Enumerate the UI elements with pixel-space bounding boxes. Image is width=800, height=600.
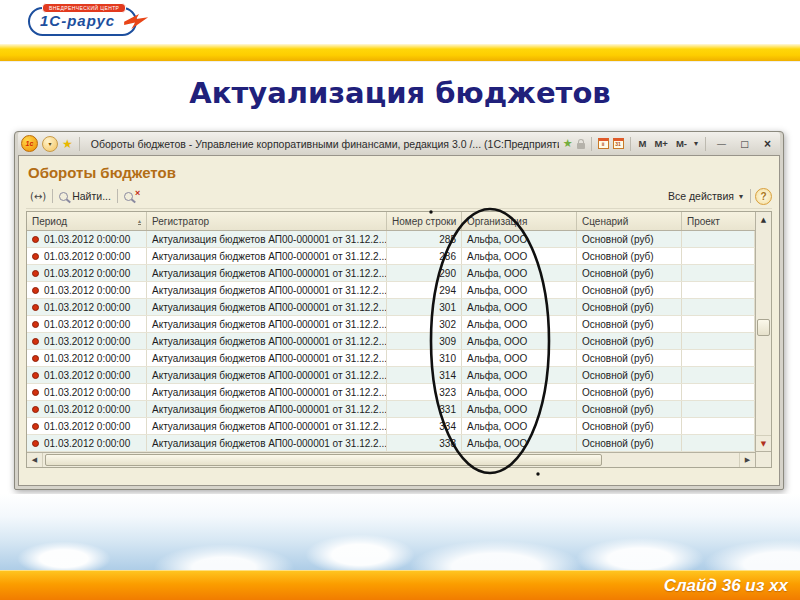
table-row[interactable]: 01.03.2012 0:00:00 Актуализация бюджетов… <box>27 367 755 384</box>
service-menu-button[interactable]: ▾ <box>42 136 58 152</box>
cell-line-number: 286 <box>387 248 462 264</box>
window-body: Обороты бюджетов (↔) Найти... × <box>18 155 780 486</box>
cell-scenario: Основной (руб) <box>577 350 682 366</box>
period-value: 01.03.2012 0:00:00 <box>44 336 130 347</box>
cell-line-number: 338 <box>387 435 462 451</box>
cell-scenario: Основной (руб) <box>577 401 682 417</box>
cell-line-number: 309 <box>387 333 462 349</box>
cell-scenario: Основной (руб) <box>577 435 682 451</box>
records-table: Период ▴ Регистратор Номер строки Органи… <box>26 211 772 468</box>
period-value: 01.03.2012 0:00:00 <box>44 302 130 313</box>
maximize-button[interactable]: □ <box>735 136 754 151</box>
table-row[interactable]: 01.03.2012 0:00:00 Актуализация бюджетов… <box>27 333 755 350</box>
titlebar-separator <box>591 137 592 151</box>
cell-period: 01.03.2012 0:00:00 <box>27 401 147 417</box>
cell-registrar: Актуализация бюджетов АП00-000001 от 31.… <box>147 231 387 247</box>
column-header-project[interactable]: Проект <box>682 212 755 230</box>
cell-line-number: 323 <box>387 384 462 400</box>
find-button-label: Найти... <box>72 190 111 202</box>
window-titlebar[interactable]: 1с ▾ ★ Обороты бюджетов - Управление кор… <box>18 132 780 155</box>
cell-project <box>682 418 755 434</box>
table-row[interactable]: 01.03.2012 0:00:00 Актуализация бюджетов… <box>27 384 755 401</box>
table-row[interactable]: 01.03.2012 0:00:00 Актуализация бюджетов… <box>27 248 755 265</box>
record-dot-icon <box>32 406 39 413</box>
chevron-down-icon[interactable]: ▾ <box>693 139 699 148</box>
vertical-scroll-track[interactable] <box>756 227 771 435</box>
toolbar-separator <box>117 189 118 203</box>
cell-period: 01.03.2012 0:00:00 <box>27 316 147 332</box>
scroll-left-icon[interactable]: ◀ <box>27 453 43 467</box>
sort-icon: ▴ <box>138 218 141 225</box>
cell-scenario: Основной (руб) <box>577 265 682 281</box>
memory-plus-button[interactable]: М+ <box>652 138 669 149</box>
cell-project <box>682 231 755 247</box>
record-dot-icon <box>32 304 39 311</box>
vertical-scroll-thumb[interactable] <box>757 319 770 336</box>
column-header-organization[interactable]: Организация <box>462 212 577 230</box>
column-header-scenario[interactable]: Сценарий <box>577 212 682 230</box>
scroll-down-icon[interactable]: ▼ <box>756 435 771 451</box>
cell-organization: Альфа, ООО <box>462 384 577 400</box>
cell-period: 01.03.2012 0:00:00 <box>27 231 147 247</box>
close-button[interactable]: × <box>758 136 777 151</box>
auto-width-button[interactable]: (↔) <box>26 189 50 204</box>
company-logo: ВНЕДРЕНЧЕСКИЙ ЦЕНТР 1С-рарус <box>28 7 137 36</box>
minimize-button[interactable]: — <box>712 136 731 151</box>
table-row[interactable]: 01.03.2012 0:00:00 Актуализация бюджетов… <box>27 316 755 333</box>
help-button[interactable]: ? <box>755 188 772 205</box>
table-row[interactable]: 01.03.2012 0:00:00 Актуализация бюджетов… <box>27 265 755 282</box>
cell-project <box>682 265 755 281</box>
find-button[interactable]: Найти... <box>55 188 115 204</box>
titlebar-separator <box>630 137 631 151</box>
record-dot-icon <box>32 236 39 243</box>
cell-period: 01.03.2012 0:00:00 <box>27 299 147 315</box>
memory-button[interactable]: М <box>637 138 649 149</box>
table-row[interactable]: 01.03.2012 0:00:00 Актуализация бюджетов… <box>27 350 755 367</box>
cell-line-number: 334 <box>387 418 462 434</box>
favorites-star-icon[interactable]: ★ <box>62 138 73 150</box>
cell-registrar: Актуализация бюджетов АП00-000001 от 31.… <box>147 367 387 383</box>
all-actions-button[interactable]: Все действия ▾ <box>664 188 748 204</box>
cell-period: 01.03.2012 0:00:00 <box>27 333 147 349</box>
cell-organization: Альфа, ООО <box>462 316 577 332</box>
cell-registrar: Актуализация бюджетов АП00-000001 от 31.… <box>147 350 387 366</box>
calendar-month-icon[interactable]: 31 <box>613 138 624 149</box>
history-star-icon[interactable]: ★ <box>563 138 573 149</box>
toolbar-separator <box>750 189 751 203</box>
table-row[interactable]: 01.03.2012 0:00:00 Актуализация бюджетов… <box>27 282 755 299</box>
calendar-icon[interactable]: ii <box>598 138 609 149</box>
period-value: 01.03.2012 0:00:00 <box>44 404 130 415</box>
period-value: 01.03.2012 0:00:00 <box>44 234 130 245</box>
vertical-scrollbar[interactable]: ▲ ▼ <box>755 212 771 467</box>
clear-search-button[interactable]: × <box>120 190 144 203</box>
horizontal-scrollbar[interactable]: ◀ ▶ <box>27 452 755 467</box>
logo-text: 1С-рарус <box>40 12 115 29</box>
table-row[interactable]: 01.03.2012 0:00:00 Актуализация бюджетов… <box>27 231 755 248</box>
cell-scenario: Основной (руб) <box>577 282 682 298</box>
column-header-period[interactable]: Период ▴ <box>27 212 147 230</box>
cell-scenario: Основной (руб) <box>577 367 682 383</box>
period-value: 01.03.2012 0:00:00 <box>44 370 130 381</box>
cell-scenario: Основной (руб) <box>577 333 682 349</box>
cell-project <box>682 435 755 451</box>
horizontal-scroll-thumb[interactable] <box>45 454 602 466</box>
cell-project <box>682 282 755 298</box>
record-dot-icon <box>32 440 39 447</box>
cell-registrar: Актуализация бюджетов АП00-000001 от 31.… <box>147 265 387 281</box>
app-icon[interactable]: 1с <box>21 135 38 152</box>
table-row[interactable]: 01.03.2012 0:00:00 Актуализация бюджетов… <box>27 299 755 316</box>
scroll-right-icon[interactable]: ▶ <box>739 453 755 467</box>
cell-registrar: Актуализация бюджетов АП00-000001 от 31.… <box>147 418 387 434</box>
record-dot-icon <box>32 423 39 430</box>
scroll-up-icon[interactable]: ▲ <box>756 212 771 227</box>
memory-minus-button[interactable]: М- <box>674 138 689 149</box>
cell-organization: Альфа, ООО <box>462 401 577 417</box>
table-main: Период ▴ Регистратор Номер строки Органи… <box>27 212 755 467</box>
table-row[interactable]: 01.03.2012 0:00:00 Актуализация бюджетов… <box>27 418 755 435</box>
cell-registrar: Актуализация бюджетов АП00-000001 от 31.… <box>147 401 387 417</box>
table-row[interactable]: 01.03.2012 0:00:00 Актуализация бюджетов… <box>27 435 755 452</box>
column-header-registrar[interactable]: Регистратор <box>147 212 387 230</box>
table-row[interactable]: 01.03.2012 0:00:00 Актуализация бюджетов… <box>27 401 755 418</box>
cell-line-number: 314 <box>387 367 462 383</box>
column-header-line-number[interactable]: Номер строки <box>387 212 462 230</box>
